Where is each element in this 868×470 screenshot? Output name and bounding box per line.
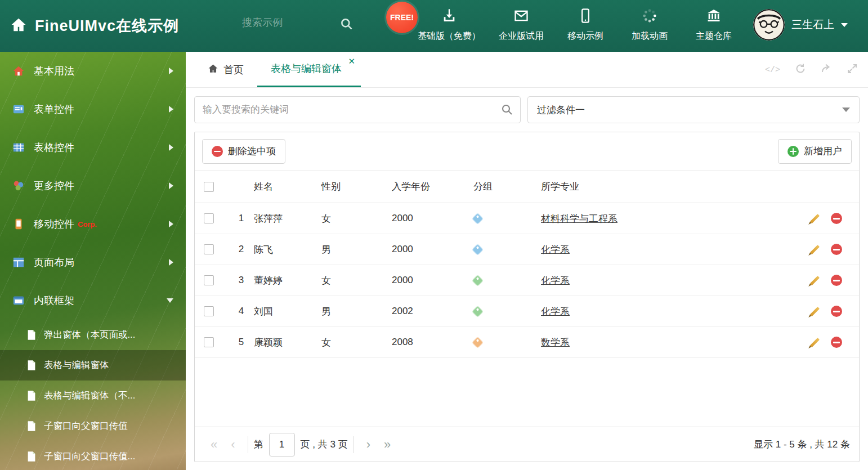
- edit-icon[interactable]: [810, 245, 820, 254]
- delete-icon[interactable]: [831, 244, 842, 255]
- year-cell: 2000: [392, 213, 473, 224]
- name-cell: 董婷婷: [254, 274, 321, 287]
- sidebar-item-page-layout[interactable]: 页面布局: [0, 243, 186, 281]
- tab-grid-edit-window[interactable]: 表格与编辑窗体 ✕: [257, 52, 361, 87]
- sidebar-item-mobile-controls[interactable]: 移动控件 Corp.: [0, 205, 186, 243]
- keyword-search-input[interactable]: [194, 96, 521, 123]
- share-icon[interactable]: [821, 63, 832, 77]
- user-menu[interactable]: 三生石上: [753, 9, 848, 41]
- chevron-down-icon: [167, 298, 173, 303]
- filter-select-value: 过滤条件一: [537, 104, 585, 117]
- page-input[interactable]: [269, 433, 295, 456]
- delete-icon[interactable]: [831, 275, 842, 286]
- major-link[interactable]: 化学系: [541, 243, 570, 256]
- name-cell: 陈飞: [254, 243, 321, 256]
- delete-icon[interactable]: [831, 306, 842, 317]
- edit-icon[interactable]: [810, 276, 820, 285]
- delete-selected-button[interactable]: 删除选中项: [202, 139, 285, 164]
- delete-icon[interactable]: [831, 213, 842, 224]
- year-cell: 2000: [392, 244, 473, 255]
- last-page-button[interactable]: »: [377, 437, 397, 452]
- file-icon: [27, 390, 36, 401]
- sidebar-subitem-child-to-parent-2[interactable]: 子窗口向父窗口传值...: [0, 441, 186, 470]
- file-icon: [27, 360, 36, 371]
- sidebar-item-more-controls[interactable]: 更多控件: [0, 167, 186, 205]
- sidebar-subitem-popup-window[interactable]: 弹出窗体（本页面或...: [0, 320, 186, 350]
- row-number: 5: [229, 337, 254, 348]
- tag-icon[interactable]: [472, 243, 484, 255]
- header-search-input[interactable]: [242, 17, 335, 29]
- search-icon[interactable]: [500, 103, 514, 119]
- tag-icon[interactable]: [472, 212, 484, 224]
- gender-cell: 女: [321, 336, 392, 349]
- column-header-gender[interactable]: 性别: [321, 180, 392, 193]
- major-link[interactable]: 化学系: [541, 305, 570, 318]
- row-checkbox[interactable]: [204, 306, 214, 316]
- tag-icon[interactable]: [472, 336, 484, 348]
- sidebar-subitem-grid-edit-window[interactable]: 表格与编辑窗体: [0, 350, 186, 381]
- next-page-button[interactable]: ›: [360, 437, 377, 452]
- nav-item-mobile-demo[interactable]: 移动示例: [562, 8, 609, 42]
- code-icon[interactable]: </>: [765, 65, 780, 75]
- table-row: 3 董婷婷 女 2000 化学系: [195, 265, 859, 296]
- expand-icon[interactable]: [847, 63, 858, 77]
- add-user-button[interactable]: 新增用户: [778, 139, 852, 164]
- sidebar-item-label: 表单控件: [34, 102, 74, 116]
- table-row: 1 张萍萍 女 2000 材料科学与工程系: [195, 203, 859, 234]
- major-link[interactable]: 数学系: [541, 336, 570, 349]
- table-header-row: 姓名 性别 入学年份 分组 所学专业: [195, 171, 859, 203]
- column-header-group[interactable]: 分组: [473, 180, 541, 193]
- sidebar-item-label: 更多控件: [34, 179, 74, 193]
- home-icon[interactable]: [10, 16, 27, 35]
- prev-page-button[interactable]: ‹: [224, 437, 241, 452]
- nav-item-loading-animation[interactable]: 加载动画: [626, 8, 673, 42]
- name-cell: 康颖颖: [254, 336, 321, 349]
- row-checkbox[interactable]: [204, 213, 214, 223]
- pagination-bar: « ‹ 第 页 , 共 3 页 › » 显示 1 - 5 条 , 共 12 条: [195, 427, 859, 462]
- sidebar-item-label: 表格控件: [34, 141, 74, 154]
- sidebar-item-grid-controls[interactable]: 表格控件: [0, 128, 186, 167]
- sidebar-item-iframe[interactable]: 内联框架: [0, 281, 186, 320]
- nav-item-basic-version[interactable]: 基础版（免费）: [418, 8, 481, 42]
- top-header: FineUIMvc在线示例 FREE! 基础版（免费） 企业版试用 移动示例: [0, 0, 868, 52]
- edit-icon[interactable]: [810, 338, 820, 347]
- nav-item-theme-store[interactable]: 主题仓库: [690, 8, 737, 42]
- filter-select[interactable]: 过滤条件一: [527, 96, 860, 123]
- column-header-major[interactable]: 所学专业: [541, 180, 797, 193]
- sidebar-subitem-grid-edit-window-2[interactable]: 表格与编辑窗体（不...: [0, 381, 186, 411]
- delete-icon[interactable]: [831, 337, 842, 348]
- column-header-name[interactable]: 姓名: [254, 180, 321, 193]
- sidebar-item-form-controls[interactable]: 表单控件: [0, 90, 186, 128]
- edit-icon[interactable]: [810, 307, 820, 316]
- sidebar-item-basic-usage[interactable]: 基本用法: [0, 52, 186, 90]
- sidebar-item-label: 页面布局: [34, 256, 74, 269]
- bank-icon: [706, 8, 722, 26]
- row-checkbox[interactable]: [204, 244, 214, 254]
- gender-cell: 女: [321, 212, 392, 225]
- sidebar-item-label: 内联框架: [34, 294, 74, 307]
- select-all-checkbox[interactable]: [204, 182, 214, 192]
- edit-icon[interactable]: [810, 214, 820, 223]
- chevron-down-icon: [841, 23, 848, 27]
- app-title: FineUIMvc在线示例: [35, 16, 179, 36]
- column-header-year[interactable]: 入学年份: [392, 180, 473, 193]
- nav-item-enterprise-trial[interactable]: 企业版试用: [498, 8, 545, 42]
- tab-home[interactable]: 首页: [194, 52, 257, 87]
- row-checkbox[interactable]: [204, 275, 214, 285]
- tag-icon[interactable]: [472, 305, 484, 317]
- nav-item-label: 基础版（免费）: [418, 30, 481, 42]
- refresh-icon[interactable]: [795, 63, 806, 77]
- major-link[interactable]: 化学系: [541, 274, 570, 287]
- layout-icon: [12, 256, 25, 268]
- gender-cell: 男: [321, 305, 392, 318]
- search-icon[interactable]: [339, 17, 354, 34]
- row-checkbox[interactable]: [204, 337, 214, 347]
- chevron-right-icon: [169, 68, 173, 74]
- home-icon: [208, 63, 218, 77]
- major-link[interactable]: 材料科学与工程系: [541, 212, 618, 225]
- sidebar-subitem-child-to-parent[interactable]: 子窗口向父窗口传值: [0, 411, 186, 441]
- tag-icon[interactable]: [472, 274, 484, 286]
- file-icon: [27, 329, 36, 341]
- first-page-button[interactable]: «: [204, 437, 224, 452]
- close-tab-icon[interactable]: ✕: [348, 57, 355, 65]
